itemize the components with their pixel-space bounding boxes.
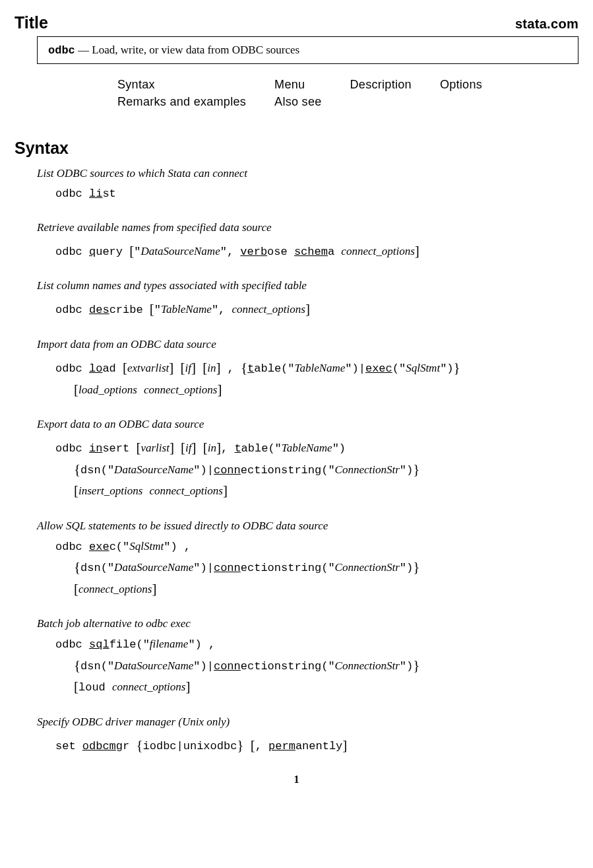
syntax-line-cont: {dsn("DataSourceName")|connectionstring(…	[74, 654, 578, 676]
syntax-line-cont: [connect_options]	[74, 578, 578, 599]
syntax-desc: Allow SQL statements to be issued direct…	[37, 519, 578, 533]
syntax-line-cont: [insert_options connect_options]	[74, 479, 578, 501]
section-syntax: Syntax	[15, 139, 578, 158]
title-command: odbc	[48, 44, 75, 57]
page-header: Title stata.com	[15, 13, 578, 32]
page-number: 1	[15, 774, 578, 785]
page-title: Title	[15, 13, 48, 32]
nav-syntax[interactable]: Syntax	[117, 76, 274, 93]
syntax-desc: Export data to an ODBC data source	[37, 418, 578, 431]
syntax-block: Export data to an ODBC data sourceodbc i…	[37, 418, 578, 501]
nav-links: Syntax Menu Description Options Remarks …	[117, 76, 510, 111]
syntax-desc: Batch job alternative to odbc exec	[37, 617, 578, 630]
syntax-line: odbc describe ["TableName", connect_opti…	[55, 298, 578, 319]
syntax-line: set odbcmgr {iodbc|unixodbc} [, permanen…	[55, 734, 578, 756]
syntax-line: odbc exec("SqlStmt") ,	[55, 538, 578, 556]
syntax-line: odbc insert [varlist] [if] [in], table("…	[55, 436, 578, 458]
syntax-block: Retrieve available names from specified …	[37, 221, 578, 261]
syntax-desc: List column names and types associated w…	[37, 279, 578, 292]
title-dash: —	[75, 44, 92, 56]
nav-menu[interactable]: Menu	[274, 76, 349, 93]
syntax-line-cont: {dsn("DataSourceName")|connectionstring(…	[74, 458, 578, 480]
syntax-block: List column names and types associated w…	[37, 279, 578, 319]
syntax-desc: Import data from an ODBC data source	[37, 338, 578, 351]
nav-options[interactable]: Options	[439, 76, 510, 93]
syntax-block: Import data from an ODBC data sourceodbc…	[37, 338, 578, 399]
syntax-line-cont: [loud connect_options]	[74, 675, 578, 697]
title-desc: Load, write, or view data from ODBC sour…	[92, 44, 299, 56]
syntax-line-cont: {dsn("DataSourceName")|connectionstring(…	[74, 556, 578, 578]
title-box: odbc — Load, write, or view data from OD…	[37, 36, 578, 64]
nav-alsosee[interactable]: Also see	[274, 93, 349, 110]
syntax-block: Batch job alternative to odbc execodbc s…	[37, 617, 578, 696]
syntax-line: odbc sqlfile("filename") ,	[55, 636, 578, 653]
syntax-line-cont: [load_options connect_options]	[74, 378, 578, 400]
syntax-desc: Retrieve available names from specified …	[37, 221, 578, 234]
syntax-block: Allow SQL statements to be issued direct…	[37, 519, 578, 599]
syntax-block: Specify ODBC driver manager (Unix only)s…	[37, 716, 578, 756]
nav-description[interactable]: Description	[350, 76, 439, 93]
syntax-block: List ODBC sources to which Stata can con…	[37, 167, 578, 203]
syntax-body: List ODBC sources to which Stata can con…	[15, 167, 578, 756]
syntax-desc: Specify ODBC driver manager (Unix only)	[37, 716, 578, 729]
syntax-line: odbc list	[55, 185, 578, 203]
syntax-line: odbc query ["DataSourceName", verbose sc…	[55, 240, 578, 261]
site-link[interactable]: stata.com	[515, 17, 578, 32]
nav-remarks[interactable]: Remarks and examples	[117, 93, 274, 110]
syntax-desc: List ODBC sources to which Stata can con…	[37, 167, 578, 180]
syntax-line: odbc load [extvarlist] [if] [in] , {tabl…	[55, 356, 578, 378]
